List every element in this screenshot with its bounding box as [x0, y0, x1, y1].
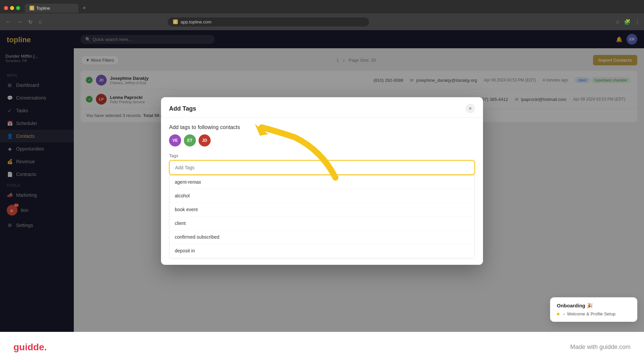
avatar-ve: VE [169, 134, 181, 146]
onboarding-dot [557, 313, 559, 315]
guidde-logo: guidde. [13, 342, 47, 353]
add-tags-dialog: Add Tags × Add tags to following contact… [161, 97, 483, 265]
onboarding-step[interactable]: → Welcome & Profile Setup [561, 311, 615, 316]
tab-favicon: t [30, 6, 34, 10]
traffic-lights [4, 6, 20, 10]
dialog-subtitle: Add tags to following contacts [169, 124, 475, 130]
dialog-close-button[interactable]: × [466, 104, 475, 113]
url-bar[interactable]: t app.topline.com [168, 17, 369, 26]
avatar-et: ET [184, 134, 196, 146]
maximize-button[interactable] [16, 6, 20, 10]
browser-actions: ☆ 🧩 ⋮ [615, 19, 640, 25]
onboarding-card[interactable]: Onboarding 🎉 → Welcome & Profile Setup [550, 297, 637, 322]
dropdown-item[interactable]: alcohol [169, 189, 475, 203]
tag-input-wrapper: agent-remax alcohol book event client co… [169, 160, 475, 259]
dropdown-item[interactable]: deposit paid [169, 258, 475, 259]
dropdown-item[interactable]: agent-remax [169, 175, 475, 189]
tag-dropdown: agent-remax alcohol book event client co… [169, 175, 475, 259]
tag-input[interactable] [169, 160, 475, 175]
url-favicon: t [173, 19, 178, 24]
active-tab[interactable]: t Topline [25, 4, 78, 13]
dialog-overlay: Add Tags × Add tags to following contact… [0, 30, 644, 332]
minimize-button[interactable] [10, 6, 14, 10]
refresh-button[interactable]: ↻ [27, 17, 34, 26]
tab-label: Topline [36, 6, 50, 11]
close-button[interactable] [4, 6, 8, 10]
tags-label: Tags [169, 153, 475, 158]
dialog-body: Add tags to following contacts VE ET JD … [161, 118, 483, 265]
dropdown-item[interactable]: confirmed subscribed [169, 230, 475, 244]
tab-bar: t Topline + [0, 0, 644, 13]
bottom-bar: guidde. Made with guidde.com [0, 332, 644, 362]
onboarding-title: Onboarding 🎉 [557, 303, 631, 309]
contact-avatars: VE ET JD [169, 134, 475, 146]
made-with-label: Made with guidde.com [570, 344, 631, 351]
dropdown-item[interactable]: client [169, 217, 475, 230]
dropdown-item[interactable]: deposit in [169, 244, 475, 258]
extensions-icon[interactable]: 🧩 [624, 19, 631, 25]
home-button[interactable]: ⌂ [37, 17, 43, 26]
dialog-header: Add Tags × [161, 97, 483, 118]
bookmark-icon[interactable]: ☆ [615, 19, 620, 25]
forward-button[interactable]: → [15, 17, 23, 26]
menu-icon[interactable]: ⋮ [635, 19, 640, 25]
url-text: app.topline.com [180, 19, 211, 24]
avatar-jd: JD [199, 134, 211, 146]
address-bar: ← → ↻ ⌂ t app.topline.com ☆ 🧩 ⋮ [0, 13, 644, 30]
new-tab-button[interactable]: + [80, 5, 89, 12]
browser-chrome: t Topline + ← → ↻ ⌂ t app.topline.com ☆ … [0, 0, 644, 30]
back-button[interactable]: ← [4, 17, 12, 26]
dialog-title: Add Tags [169, 105, 196, 112]
dropdown-item[interactable]: book event [169, 203, 475, 217]
